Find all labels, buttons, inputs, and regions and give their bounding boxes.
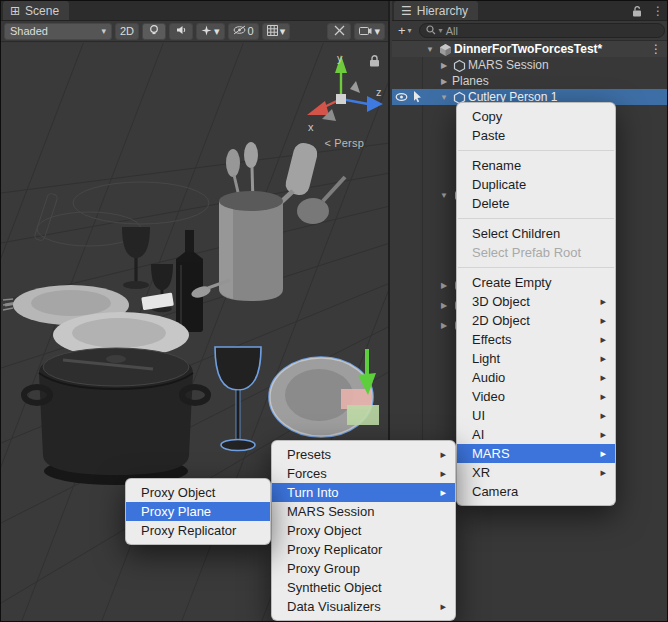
menu-item-mars[interactable]: MARS▸	[457, 444, 615, 463]
submenu-arrow-icon: ▸	[600, 447, 606, 460]
lighting-toggle-button[interactable]	[142, 23, 166, 40]
menu-item-label: Paste	[472, 128, 606, 143]
scene-options-kebab-icon[interactable]: ⋮	[643, 42, 668, 56]
menu-item-paste[interactable]: Paste	[457, 126, 615, 145]
menu-item-audio[interactable]: Audio▸	[457, 368, 615, 387]
menu-item-label: Turn Into	[287, 485, 432, 500]
eye-off-icon	[233, 25, 246, 37]
menu-item-label: Data Visualizers	[287, 599, 432, 614]
audio-toggle-button[interactable]	[169, 23, 193, 40]
gizmo-lock-icon[interactable]	[369, 53, 380, 71]
submenu-arrow-icon: ▸	[440, 600, 446, 613]
projection-mode-label[interactable]: < Persp	[324, 137, 364, 149]
menu-item-light[interactable]: Light▸	[457, 349, 615, 368]
chevron-down-icon: ▾	[374, 25, 380, 38]
visibility-eye-icon[interactable]	[395, 90, 408, 106]
menu-item-video[interactable]: Video▸	[457, 387, 615, 406]
tab-scene[interactable]: ⊞ Scene	[3, 1, 69, 20]
camera-icon	[359, 25, 372, 37]
menu-item-proxy-object[interactable]: Proxy Object	[126, 483, 270, 502]
hidden-count-label: 0	[248, 25, 254, 37]
foldout-collapsed-icon[interactable]: ▶	[437, 301, 451, 310]
submenu-arrow-icon: ▸	[600, 295, 606, 308]
menu-item-proxy-plane[interactable]: Proxy Plane	[126, 502, 270, 521]
shading-mode-dropdown[interactable]: Shaded ▾	[4, 23, 112, 40]
turn-into-submenu: Proxy Object Proxy Plane Proxy Replicato…	[125, 478, 271, 545]
menu-item-rename[interactable]: Rename	[457, 156, 615, 175]
menu-item-turn-into[interactable]: Turn Into▸	[272, 483, 455, 502]
hierarchy-item-planes[interactable]: ▶ Planes	[392, 73, 668, 89]
menu-item-presets[interactable]: Presets▸	[272, 445, 455, 464]
menu-item-label: Create Empty	[472, 275, 606, 290]
create-object-button[interactable]: + ▾	[396, 23, 414, 38]
menu-item-select-children[interactable]: Select Children	[457, 224, 615, 243]
chevron-down-icon: ▾	[214, 25, 220, 38]
gizmo-z-label: z	[376, 86, 382, 98]
menu-item-mars-session[interactable]: MARS Session	[272, 502, 455, 521]
grid-visibility-dropdown[interactable]: ▾	[262, 23, 291, 40]
foldout-collapsed-icon[interactable]: ▶	[437, 61, 451, 70]
unity-editor-window: ⊞ Scene Shaded ▾ 2D ▾	[0, 0, 668, 622]
foldout-open-icon[interactable]: ▼	[437, 191, 451, 200]
menu-item-ui[interactable]: UI▸	[457, 406, 615, 425]
menu-item-delete[interactable]: Delete	[457, 194, 615, 213]
menu-item-label: Proxy Plane	[141, 504, 261, 519]
foldout-open-icon[interactable]: ▼	[437, 93, 451, 102]
menu-item-xr[interactable]: XR▸	[457, 463, 615, 482]
camera-settings-dropdown[interactable]: ▾	[354, 23, 385, 40]
menu-item-3d-object[interactable]: 3D Object▸	[457, 292, 615, 311]
menu-item-create-empty[interactable]: Create Empty	[457, 273, 615, 292]
panel-menu-kebab-icon[interactable]: ⋮	[647, 1, 668, 20]
foldout-collapsed-icon[interactable]: ▶	[437, 281, 451, 290]
menu-item-label: Video	[472, 389, 592, 404]
menu-item-effects[interactable]: Effects▸	[457, 330, 615, 349]
menu-item-synthetic-object[interactable]: Synthetic Object	[272, 578, 455, 597]
pickability-cursor-icon[interactable]	[411, 90, 423, 106]
effects-dropdown-button[interactable]: ▾	[196, 23, 225, 40]
menu-item-proxy-replicator[interactable]: Proxy Replicator	[272, 540, 455, 559]
hierarchy-toolbar: + ▾ ▾ All	[392, 21, 668, 41]
menu-item-ai[interactable]: AI▸	[457, 425, 615, 444]
hierarchy-item-mars-session[interactable]: ▶ MARS Session	[392, 57, 668, 73]
submenu-arrow-icon: ▸	[600, 466, 606, 479]
menu-item-label: Audio	[472, 370, 592, 385]
shading-mode-label: Shaded	[10, 25, 48, 37]
scene-tab-bar: ⊞ Scene	[1, 1, 388, 21]
gizmo-y-label: y	[337, 52, 343, 64]
menu-item-label: Light	[472, 351, 592, 366]
foldout-collapsed-icon[interactable]: ▶	[437, 77, 451, 86]
menu-item-label: UI	[472, 408, 592, 423]
tools-icon	[334, 25, 345, 38]
foldout-open-icon[interactable]: ▼	[423, 45, 437, 54]
menu-item-proxy-replicator[interactable]: Proxy Replicator	[126, 521, 270, 540]
scene-tools-button[interactable]	[327, 23, 351, 40]
gizmo-x-label: x	[308, 121, 314, 133]
toggle-2d-button[interactable]: 2D	[115, 23, 139, 40]
menu-item-proxy-object[interactable]: Proxy Object	[272, 521, 455, 540]
hierarchy-search-input[interactable]: ▾ All	[419, 23, 665, 38]
grid-tab-icon: ⊞	[10, 4, 20, 18]
menu-item-camera[interactable]: Camera	[457, 482, 615, 501]
menu-item-proxy-group[interactable]: Proxy Group	[272, 559, 455, 578]
menu-item-2d-object[interactable]: 2D Object▸	[457, 311, 615, 330]
submenu-arrow-icon: ▸	[600, 390, 606, 403]
search-filter-caret-icon: ▾	[439, 26, 443, 35]
mars-submenu: Presets▸ Forces▸ Turn Into▸ MARS Session…	[271, 440, 456, 621]
foldout-collapsed-icon[interactable]: ▶	[437, 321, 451, 330]
panel-lock-icon[interactable]	[627, 1, 647, 20]
hidden-objects-button[interactable]: 0	[228, 23, 259, 40]
menu-item-forces[interactable]: Forces▸	[272, 464, 455, 483]
chevron-down-icon: ▾	[101, 26, 106, 36]
menu-item-label: XR	[472, 465, 592, 480]
menu-item-label: Presets	[287, 447, 432, 462]
menu-separator	[458, 267, 614, 268]
menu-item-copy[interactable]: Copy	[457, 107, 615, 126]
hierarchy-scene-row[interactable]: ▼ DinnerForTwoForcesTest* ⋮	[392, 41, 668, 57]
grid-icon	[267, 25, 278, 38]
menu-item-data-visualizers[interactable]: Data Visualizers▸	[272, 597, 455, 616]
proxy-plane-marker-green	[347, 405, 379, 425]
tab-hierarchy[interactable]: ☰ Hierarchy	[394, 1, 478, 20]
pot-object[interactable]	[24, 348, 208, 485]
scene-toolbar: Shaded ▾ 2D ▾ 0 ▾	[1, 21, 388, 42]
menu-item-duplicate[interactable]: Duplicate	[457, 175, 615, 194]
